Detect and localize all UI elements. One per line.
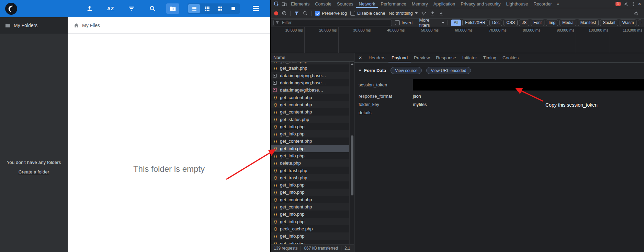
request-row[interactable]: get_trash.php	[271, 64, 354, 72]
request-row[interactable]: delete.php	[271, 159, 354, 167]
filter-icon[interactable]	[127, 4, 136, 13]
filter-chip[interactable]: Fetch/XHR	[462, 20, 488, 26]
grid-small-icon[interactable]	[201, 4, 213, 13]
details-tab[interactable]: Preview	[411, 53, 433, 62]
list-view-icon[interactable]	[188, 4, 200, 13]
filter-chip[interactable]: Manifest	[578, 20, 599, 26]
details-tab[interactable]: Cookies	[499, 53, 522, 62]
devtools-tab[interactable]: Application	[431, 0, 458, 8]
devtools-tab[interactable]: Memory	[409, 0, 431, 8]
request-row[interactable]: get_info.php	[271, 130, 354, 137]
request-row[interactable]: get_info.php	[271, 145, 354, 152]
search-icon[interactable]	[303, 11, 308, 16]
inspect-icon[interactable]	[273, 0, 280, 8]
upload-icon[interactable]	[86, 4, 94, 13]
throttling-select[interactable]: No throttling	[389, 11, 418, 16]
request-row[interactable]: peek_cache.php	[271, 225, 354, 232]
filter-chip[interactable]: Img	[546, 20, 558, 26]
record-icon[interactable]	[274, 11, 278, 15]
kebab-menu-icon[interactable]	[633, 3, 634, 4]
network-conditions-icon[interactable]	[421, 11, 427, 16]
request-row[interactable]: get_status.php	[271, 116, 354, 123]
disclosure-triangle-icon[interactable]	[359, 70, 361, 72]
filter-chip[interactable]: CSS	[504, 20, 518, 26]
filter-chip[interactable]: Other	[638, 20, 641, 26]
invert-checkbox[interactable]	[395, 20, 400, 25]
devtools-tab[interactable]: Console	[312, 0, 334, 8]
create-folder-link[interactable]: Create a folder	[19, 169, 49, 175]
request-row[interactable]: get_info.php	[271, 123, 354, 130]
request-row[interactable]: get_info.php	[271, 232, 354, 240]
request-row[interactable]: get_content.php	[271, 94, 354, 101]
request-row[interactable]: get_content.php	[271, 108, 354, 116]
more-tabs-button[interactable]: »	[555, 1, 561, 7]
view-source-button[interactable]: View source	[391, 67, 422, 74]
name-column-header[interactable]: Name	[271, 53, 354, 62]
filter-chip[interactable]: Font	[531, 20, 544, 26]
request-row[interactable]: get_info.php	[271, 218, 354, 225]
more-filters-button[interactable]: More filters	[419, 17, 444, 28]
devtools-tab[interactable]: Network	[356, 0, 378, 8]
request-row[interactable]: data:image/gif;base…	[271, 86, 354, 94]
view-url-encoded-button[interactable]: View URL-encoded	[426, 67, 471, 74]
funnel-icon[interactable]	[294, 11, 299, 16]
devtools-tab[interactable]: Sources	[334, 0, 356, 8]
new-folder-button[interactable]	[166, 3, 179, 14]
devtools-tab[interactable]: Performance	[378, 0, 409, 8]
import-har-icon[interactable]	[430, 11, 435, 16]
close-devtools-icon[interactable]	[638, 1, 641, 7]
devtools-tab[interactable]: Elements	[288, 0, 312, 8]
devtools-tab[interactable]: Lighthouse	[504, 0, 531, 8]
request-row[interactable]: data:image/png;base…	[271, 79, 354, 86]
devtools-tab[interactable]: Recorder	[531, 0, 554, 8]
request-row[interactable]: get_content.php	[271, 101, 354, 108]
request-row[interactable]: get_info.php	[271, 240, 354, 244]
filter-chip[interactable]: JS	[519, 20, 529, 26]
search-icon[interactable]	[148, 4, 157, 13]
scrollbar[interactable]	[349, 62, 354, 244]
folders-panel-header[interactable]: My Folders	[0, 17, 68, 34]
request-row[interactable]: get_trash.php	[271, 167, 354, 174]
network-overview-timeline[interactable]: 10,000 ms 20,000 ms 30,000 ms 40,000 ms …	[271, 27, 644, 53]
scrollbar-up-arrow[interactable]	[351, 63, 353, 65]
network-filter-input[interactable]	[273, 20, 392, 26]
request-row[interactable]: get_content.php	[271, 196, 354, 203]
clear-icon[interactable]	[282, 11, 287, 16]
request-row[interactable]: get_info.php	[271, 181, 354, 189]
close-details-icon[interactable]	[359, 55, 362, 61]
devtools-tab[interactable]: Privacy and security	[458, 0, 503, 8]
menu-icon[interactable]	[253, 6, 259, 11]
single-view-icon[interactable]	[227, 4, 239, 13]
request-row[interactable]: get_trash.php	[271, 174, 354, 181]
gear-icon[interactable]	[624, 2, 629, 7]
request-row[interactable]: get_info.php	[271, 152, 354, 159]
request-row[interactable]: get_info.php	[271, 211, 354, 218]
filter-chip[interactable]: Wasm	[620, 20, 637, 26]
error-count-badge[interactable]: 1	[615, 2, 621, 6]
disable-cache-checkbox[interactable]	[350, 11, 355, 16]
filter-chip[interactable]: Doc	[489, 20, 502, 26]
request-row[interactable]: get_content.php	[271, 203, 354, 211]
sort-az-icon[interactable]: AZ	[106, 4, 115, 13]
mediafire-logo[interactable]	[5, 2, 18, 15]
request-row[interactable]: get_trash.php	[271, 62, 354, 64]
preserve-log-checkbox[interactable]	[315, 11, 320, 16]
filter-chip[interactable]: Socket	[600, 20, 618, 26]
files-panel-header[interactable]: My Files	[68, 17, 270, 34]
gear-icon[interactable]	[634, 11, 639, 16]
filter-chip[interactable]: Media	[560, 20, 576, 26]
details-tab[interactable]: Headers	[365, 53, 388, 62]
details-tab[interactable]: Timing	[480, 53, 500, 62]
request-row[interactable]: get_content.php	[271, 137, 354, 145]
scrollbar-thumb[interactable]	[351, 135, 353, 195]
screen: AZ	[0, 0, 644, 252]
details-tab[interactable]: Response	[433, 53, 459, 62]
export-har-icon[interactable]	[439, 11, 444, 16]
filter-chip[interactable]: All	[451, 20, 461, 26]
grid-large-icon[interactable]	[214, 4, 226, 13]
request-row[interactable]: data:image/png;base…	[271, 72, 354, 79]
details-tab[interactable]: Initiator	[459, 53, 480, 62]
details-tab[interactable]: Payload	[388, 53, 411, 62]
device-toolbar-icon[interactable]	[280, 0, 288, 8]
request-row[interactable]: get_info.php	[271, 189, 354, 196]
